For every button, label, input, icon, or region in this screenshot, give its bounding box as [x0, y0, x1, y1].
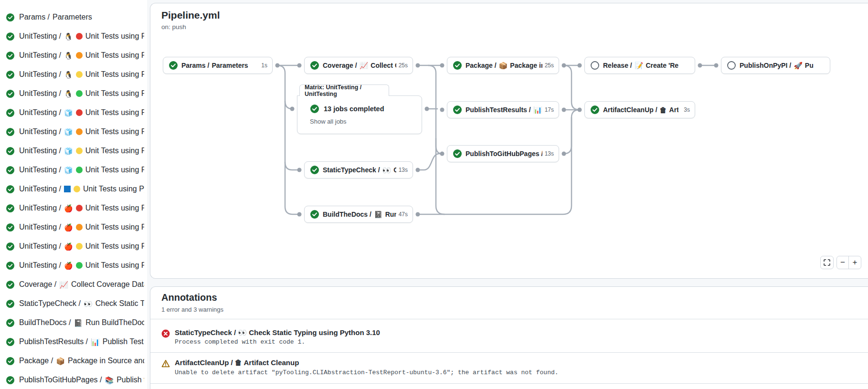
node-job-name: ArtifactCleanUp / [603, 106, 657, 114]
node-job-name: PublishToGitHubPages / [466, 150, 542, 158]
python-version-dot [76, 243, 83, 250]
sidebar-job-item[interactable]: StaticTypeCheck /👀Check Static Typing... [6, 294, 144, 313]
sidebar-job-item[interactable]: UnitTesting /🐧Unit Tests using Pyth... [6, 46, 144, 65]
sidebar-job-item[interactable]: UnitTesting /🧊Unit Tests using Pyth... [6, 141, 144, 160]
sidebar-job-item[interactable]: Params /Parameters [6, 8, 144, 27]
sidebar-job-item[interactable]: UnitTesting /🧊Unit Tests using Pyth... [6, 103, 144, 122]
sidebar-job-label: UnitTesting /🧊Unit Tests using Pyth... [19, 166, 144, 174]
job-name: Coverage / [19, 280, 56, 289]
graph-node-artifactcleanup[interactable]: ArtifactCleanUp /🗑Artifac...3s [584, 101, 695, 118]
fullscreen-button[interactable] [820, 256, 834, 269]
node-step-label: Package in So... [510, 62, 542, 69]
sidebar-job-item[interactable]: UnitTesting /Unit Tests using Pyth... [6, 179, 144, 199]
success-check-icon [6, 242, 15, 251]
job-step-label: Check Static Typing... [95, 299, 144, 308]
job-step-label: Unit Tests using Pyth... [85, 147, 144, 155]
job-step-label: Publish to G... [116, 376, 144, 384]
zoom-in-button[interactable]: + [849, 256, 861, 269]
sidebar-job-label: UnitTesting /🍎Unit Tests using Pyth... [19, 204, 144, 212]
success-check-icon [453, 105, 462, 115]
sidebar-job-item[interactable]: PublishToGitHubPages /📚Publish to G... [6, 370, 144, 389]
success-check-icon [6, 280, 15, 289]
eyes-icon: 👀 [84, 300, 93, 307]
node-label: PublishOnPyPI /🚀Publish to ... [740, 62, 814, 69]
job-name: UnitTesting / [19, 242, 61, 251]
sidebar-job-item[interactable]: UnitTesting /🧊Unit Tests using Pyth... [6, 160, 144, 179]
sidebar-job-label: PublishTestResults /📊Publish Test Resu..… [19, 337, 144, 346]
package-icon: 📦 [499, 62, 508, 69]
job-step-label: Unit Tests using Pyth... [85, 261, 144, 270]
graph-node-statictypecheck[interactable]: StaticTypeCheck /👀Chec...13s [304, 161, 413, 179]
success-check-icon [6, 108, 15, 117]
graph-node-coverage[interactable]: Coverage /📈Collect Cove...25s [304, 57, 413, 74]
matrix-tab[interactable]: Matrix: UnitTesting / UnitTesting [299, 84, 389, 96]
sidebar-job-item[interactable]: UnitTesting /🍎Unit Tests using Pyth... [6, 199, 144, 218]
apple-icon: 🍎 [64, 205, 73, 212]
success-check-icon [6, 299, 15, 308]
annotation-title[interactable]: StaticTypeCheck / 👀 Check Static Typing … [175, 328, 380, 337]
python-version-dot [76, 262, 83, 269]
sidebar-job-item[interactable]: UnitTesting /🧊Unit Tests using Pyth... [6, 122, 144, 141]
sidebar-job-label: UnitTesting /🐧Unit Tests using Pyth... [19, 89, 144, 98]
node-duration: 47s [399, 211, 408, 218]
sidebar-job-item[interactable]: UnitTesting /🍎Unit Tests using Pyth... [6, 218, 144, 237]
job-name: UnitTesting / [19, 166, 61, 174]
job-name: UnitTesting / [19, 51, 61, 60]
sidebar-job-label: UnitTesting /🧊Unit Tests using Pyth... [19, 147, 144, 155]
success-check-icon [6, 376, 15, 385]
python-version-dot [76, 33, 83, 40]
success-check-icon [6, 147, 15, 156]
python-version-dot [74, 186, 80, 192]
blue-square-icon [64, 186, 71, 192]
eyes-icon: 👀 [382, 167, 392, 174]
python-version-dot [76, 205, 83, 211]
python-version-dot [76, 147, 83, 154]
sidebar-job-item[interactable]: UnitTesting /🍎Unit Tests using Pyth... [6, 256, 144, 275]
node-label: Params /Parameters [181, 62, 248, 69]
sidebar-job-item[interactable]: BuildTheDocs /📓Run BuildTheDocs [6, 313, 144, 332]
graph-node-release[interactable]: Release /📝Create 'Release P... [584, 57, 695, 74]
sidebar-job-item[interactable]: Package /📦Package in Source and Wh... [6, 351, 144, 370]
graph-node-publishonpypi[interactable]: PublishOnPyPI /🚀Publish to ... [721, 57, 830, 74]
annotation-title[interactable]: ArtifactCleanUp / 🗑 Artifact Cleanup [175, 358, 299, 367]
job-step-label: Unit Tests using Pyth... [85, 70, 144, 79]
zoom-out-button[interactable]: − [837, 256, 849, 269]
job-step-label: Unit Tests using Pyth... [85, 89, 144, 98]
fullscreen-icon [824, 259, 830, 266]
success-check-icon [169, 61, 178, 70]
job-name: StaticTypeCheck / [19, 299, 81, 308]
sidebar-job-item[interactable]: PublishTestResults /📊Publish Test Resu..… [6, 332, 144, 351]
matrix-card[interactable]: 13 jobs completed Show all jobs [297, 95, 422, 134]
success-check-icon [310, 165, 319, 175]
skipped-circle-icon [727, 61, 736, 70]
success-check-icon [6, 166, 15, 175]
job-name: UnitTesting / [19, 32, 61, 41]
sidebar-job-item[interactable]: UnitTesting /🐧Unit Tests using Pyth... [6, 65, 144, 84]
graph-node-publishtogithubpages[interactable]: PublishToGitHubPages /📚...13s [447, 145, 559, 162]
job-step-label: Run BuildTheDocs [85, 318, 144, 327]
graph-node-params[interactable]: Params /Parameters1s [163, 57, 273, 74]
graph-node-package[interactable]: Package /📦Package in So...25s [447, 57, 559, 74]
show-all-jobs-link[interactable]: Show all jobs [310, 118, 347, 125]
sidebar-job-label: UnitTesting /🐧Unit Tests using Pyth... [19, 70, 144, 79]
node-step-label: Artifac... [669, 106, 678, 114]
success-check-icon [6, 337, 15, 347]
ice-cube-icon: 🧊 [64, 128, 73, 136]
node-duration: 25s [545, 62, 554, 69]
sidebar-job-item[interactable]: UnitTesting /🐧Unit Tests using Pyth... [6, 84, 144, 103]
workflow-file-title: Pipeline.yml [161, 10, 220, 21]
sidebar-job-item[interactable]: UnitTesting /🐧Unit Tests using Pyth... [6, 27, 144, 46]
graph-node-buildthedocs[interactable]: BuildTheDocs /📓Run Buil...47s [304, 206, 413, 223]
node-label: Release /📝Create 'Release P... [603, 62, 678, 69]
sidebar-job-item[interactable]: UnitTesting /🍎Unit Tests using Pyth... [6, 237, 144, 256]
sidebar-job-item[interactable]: Coverage /📈Collect Coverage Data usi... [6, 275, 144, 294]
node-duration: 13s [545, 150, 554, 157]
python-version-dot [76, 90, 83, 97]
success-check-icon [6, 223, 15, 232]
graph-node-publishtestresults[interactable]: PublishTestResults /📊Pu...17s [447, 101, 559, 118]
node-label: PublishTestResults /📊Pu... [466, 106, 542, 114]
job-name: UnitTesting / [19, 223, 61, 231]
job-step-label: Publish Test Resu... [103, 337, 144, 346]
chart-increasing-icon: 📈 [59, 281, 68, 288]
job-name: UnitTesting / [19, 108, 61, 117]
